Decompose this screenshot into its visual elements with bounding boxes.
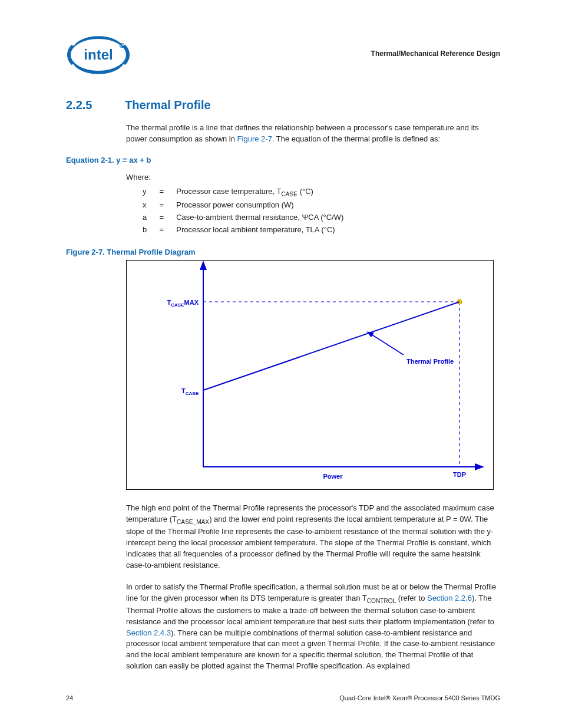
section-title: Thermal Profile [125, 98, 211, 112]
table-row: y = Processor case temperature, TCASE (°… [143, 185, 349, 199]
page-footer: 24 Quad-Core Intel® Xeon® Processor 5400… [66, 694, 500, 701]
var-desc: Processor case temperature, TCASE (°C) [176, 185, 349, 199]
where-label: Where: [126, 173, 500, 182]
intro-text-post: . The equation of the thermal profile is… [272, 134, 440, 143]
var-symbol: x [143, 199, 153, 211]
svg-line-10 [203, 302, 459, 390]
var-symbol: a [143, 211, 153, 223]
var-symbol: b [143, 223, 153, 236]
page: intel R Thermal/Mechanical Reference Des… [0, 0, 562, 728]
var-symbol: y [143, 185, 153, 199]
svg-text:Power: Power [323, 473, 343, 480]
svg-line-11 [371, 334, 404, 355]
section-2-2-6-link[interactable]: Section 2.2.6 [427, 594, 472, 602]
variable-table: y = Processor case temperature, TCASE (°… [143, 185, 349, 236]
svg-text:TDP: TDP [453, 471, 466, 478]
equation-label: Equation 2-1. y = ax + b [66, 156, 500, 164]
figure-box: TCASEMAX TCASE Thermal Profile TDP Power [126, 260, 494, 490]
page-header: intel R Thermal/Mechanical Reference Des… [66, 32, 500, 75]
intel-logo: intel R [66, 32, 131, 75]
page-number: 24 [66, 694, 73, 701]
svg-text:TCASEMAX: TCASEMAX [167, 299, 199, 308]
table-row: a = Case-to-ambient thermal resistance, … [143, 211, 349, 223]
header-section-title: Thermal/Mechanical Reference Design [371, 50, 500, 58]
footer-doc-title: Quad-Core Intel® Xeon® Processor 5400 Se… [339, 694, 500, 701]
svg-text:R: R [121, 44, 123, 48]
svg-text:Thermal Profile: Thermal Profile [406, 358, 454, 365]
equals-sign: = [153, 185, 176, 199]
svg-text:TCASE: TCASE [181, 387, 199, 396]
figure-2-7-link[interactable]: Figure 2-7 [237, 134, 272, 143]
table-row: x = Processor power consumption (W) [143, 199, 349, 211]
section-2-4-3-link[interactable]: Section 2.4.3 [126, 628, 171, 637]
svg-text:intel: intel [84, 47, 113, 62]
intro-paragraph: The thermal profile is a line that defin… [126, 123, 500, 145]
equals-sign: = [153, 223, 176, 236]
equals-sign: = [153, 211, 176, 223]
figure-label: Figure 2-7. Thermal Profile Diagram [66, 248, 500, 256]
section-heading: 2.2.5 Thermal Profile [66, 98, 500, 112]
paragraph-3: In order to satisfy the Thermal Profile … [126, 582, 500, 672]
var-desc: Processor power consumption (W) [176, 199, 349, 211]
var-desc: Processor local ambient temperature, TLA… [176, 223, 349, 236]
equals-sign: = [153, 199, 176, 211]
table-row: b = Processor local ambient temperature,… [143, 223, 349, 236]
thermal-profile-chart: TCASEMAX TCASE Thermal Profile TDP Power [127, 261, 493, 489]
section-number: 2.2.5 [66, 98, 110, 112]
var-desc: Case-to-ambient thermal resistance, ΨCA … [176, 211, 349, 223]
paragraph-2: The high end point of the Thermal Profil… [126, 503, 500, 571]
